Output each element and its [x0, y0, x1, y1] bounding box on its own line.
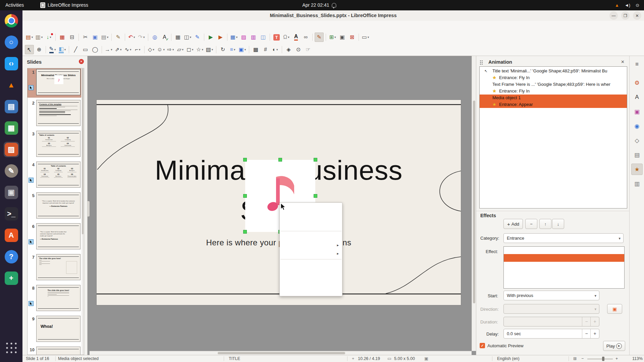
zoom-out-icon[interactable]: − — [581, 355, 584, 362]
toolbar-icon[interactable] — [227, 34, 227, 41]
delay-increment[interactable]: + — [590, 329, 599, 338]
context-align-objects[interactable] — [280, 241, 342, 249]
animation-list-item[interactable]: ↖Title text 'Minimali...' 'Google Shape;… — [480, 68, 627, 74]
insert-special-character-icon[interactable]: Ω — [282, 33, 291, 42]
direction-select[interactable] — [503, 304, 599, 314]
insert-comment-icon[interactable]: ✎ — [193, 33, 202, 42]
zoom-slider[interactable] — [587, 359, 613, 359]
master-slides-tab-icon[interactable]: ▥ — [631, 178, 643, 189]
toolbar-icon[interactable] — [144, 46, 145, 53]
slide-layout-icon[interactable]: ▭ — [361, 33, 370, 42]
context-menu-item[interactable] — [280, 231, 341, 231]
insert-table-icon[interactable]: ▦ — [229, 33, 238, 42]
sidebar-settings-icon[interactable]: ≡ — [631, 59, 643, 70]
gimp-icon[interactable]: ✎ — [4, 163, 19, 179]
toolbar-icon[interactable] — [55, 34, 56, 41]
calc-icon[interactable]: ▦ — [4, 120, 19, 136]
delay-decrement[interactable]: − — [582, 329, 591, 338]
gluepoints-icon[interactable]: ⊙ — [294, 45, 303, 54]
toolbar-icon[interactable] — [282, 46, 282, 53]
properties-tab-icon[interactable]: ⚙ — [631, 77, 643, 88]
start-select[interactable]: With previous — [503, 291, 599, 300]
insert-line-icon[interactable]: ╱ — [71, 45, 80, 54]
focused-app-name[interactable]: LibreOffice Impress — [40, 0, 88, 10]
animation-list-item[interactable]: ★Entrance: Fly In — [480, 88, 627, 95]
handle-top-left[interactable] — [244, 158, 247, 161]
effect-option[interactable] — [504, 254, 624, 262]
help-icon[interactable]: ? — [4, 249, 19, 264]
zoom-level[interactable]: 113% — [632, 355, 643, 362]
paste-icon[interactable]: ▤ — [100, 33, 109, 42]
clock[interactable]: Apr 22 02:41 — [302, 0, 336, 10]
toolbar-icon[interactable] — [125, 34, 125, 41]
vscode-icon[interactable]: ‹› — [4, 56, 19, 71]
effect-option[interactable] — [504, 262, 624, 269]
slide-thumbnail-9[interactable]: 9 Whoa! — [28, 315, 84, 346]
slides-panel-close-icon[interactable]: ✕ — [79, 59, 84, 64]
handle-top-center[interactable] — [279, 158, 282, 161]
close-button[interactable]: ✕ — [633, 11, 641, 20]
panel-splitter-handle[interactable] — [88, 201, 90, 217]
animation-tab-icon[interactable]: ★ — [631, 164, 643, 175]
star-shapes-icon[interactable]: ☆ — [195, 45, 204, 54]
green-app-icon[interactable]: + — [4, 270, 19, 286]
automatic-preview-checkbox[interactable]: ✓ — [480, 343, 485, 348]
delay-spinner[interactable]: 0.0 sec − + — [503, 329, 599, 339]
toolbar-icon[interactable] — [78, 34, 79, 41]
copy-icon[interactable]: ▣ — [91, 33, 100, 42]
styles-tab-icon[interactable]: A — [631, 92, 643, 103]
zoom-fit-icon[interactable]: ⊞ — [573, 355, 577, 362]
zoom-in-icon[interactable]: + — [615, 355, 618, 362]
zoom-pan-icon[interactable]: ⊕ — [35, 45, 44, 54]
handle-middle-left[interactable] — [244, 194, 247, 197]
rectangle-icon[interactable]: ▭ — [81, 45, 90, 54]
block-arrows-icon[interactable]: ⇨ — [166, 45, 175, 54]
terminal-icon[interactable]: >_ — [4, 206, 19, 222]
export-pdf-icon[interactable]: ▦ — [58, 33, 67, 42]
duration-spinner[interactable]: − + — [503, 317, 599, 326]
find-replace-icon[interactable]: ◎ — [150, 33, 159, 42]
align-objects-icon[interactable]: ≡ — [228, 45, 237, 54]
slide-thumbnail-6[interactable]: 6 “This is a quote. Work full of wisdom … — [28, 223, 84, 253]
play-button[interactable]: Play▶ — [603, 341, 625, 351]
curves-polygons-icon[interactable]: ∿ — [123, 45, 132, 54]
ellipse-icon[interactable]: ◯ — [91, 45, 100, 54]
navigator-tab-icon[interactable]: ◉ — [631, 120, 643, 132]
start-from-first-slide-icon[interactable]: ▶ — [206, 33, 215, 42]
effect-option[interactable] — [504, 277, 624, 285]
connectors-icon[interactable]: ⌐ — [133, 45, 142, 54]
insert-fontwork-icon[interactable]: A — [291, 33, 301, 42]
slide-thumbnail-2[interactable]: 2 Contents of this template — [28, 99, 84, 130]
toolbar-icon[interactable] — [148, 34, 148, 41]
duplicate-slide-icon[interactable]: ▣ — [338, 33, 347, 42]
slide-thumbnail-4[interactable]: 4 Table of contents 01Introduction02Comp… — [28, 161, 84, 192]
effect-option[interactable] — [504, 285, 624, 289]
toolbar-icon[interactable] — [359, 34, 359, 41]
vlc-icon[interactable]: ▲ — [4, 77, 19, 93]
files-icon[interactable]: ▣ — [4, 185, 19, 200]
open-icon[interactable]: ▥ — [35, 33, 44, 42]
chrome-icon[interactable] — [4, 13, 19, 28]
redo-icon[interactable]: ↷ — [137, 33, 146, 42]
show-apps-icon[interactable] — [5, 342, 17, 354]
fill-color-icon[interactable]: ◧ — [58, 45, 67, 54]
insert-media-icon[interactable]: ▥ — [249, 33, 258, 42]
context-paste[interactable] — [280, 221, 342, 230]
document-modified-icon[interactable]: ▣ — [424, 355, 428, 362]
minimize-button[interactable]: — — [609, 11, 618, 20]
handle-middle-right[interactable] — [314, 194, 317, 197]
new-presentation-icon[interactable]: ▤ — [25, 33, 34, 42]
activities-button[interactable]: Activities — [5, 0, 24, 10]
move-effect-down-button[interactable]: ↓ — [552, 219, 564, 229]
context-arrange[interactable] — [280, 249, 342, 258]
edit-points-icon[interactable]: ◈ — [284, 45, 293, 54]
select-tool-icon[interactable]: ↖ — [25, 45, 34, 54]
panel-drag-handle-icon[interactable] — [480, 60, 483, 65]
handle-top-right[interactable] — [314, 158, 317, 161]
duration-increment[interactable]: + — [590, 317, 599, 326]
toolbar-icon[interactable] — [312, 34, 313, 41]
blue-app-icon[interactable]: ○ — [4, 35, 19, 50]
animation-list-item[interactable]: Media object 1 — [480, 95, 627, 101]
toolbar-icon[interactable] — [216, 46, 216, 53]
toolbar-icon[interactable] — [326, 34, 326, 41]
